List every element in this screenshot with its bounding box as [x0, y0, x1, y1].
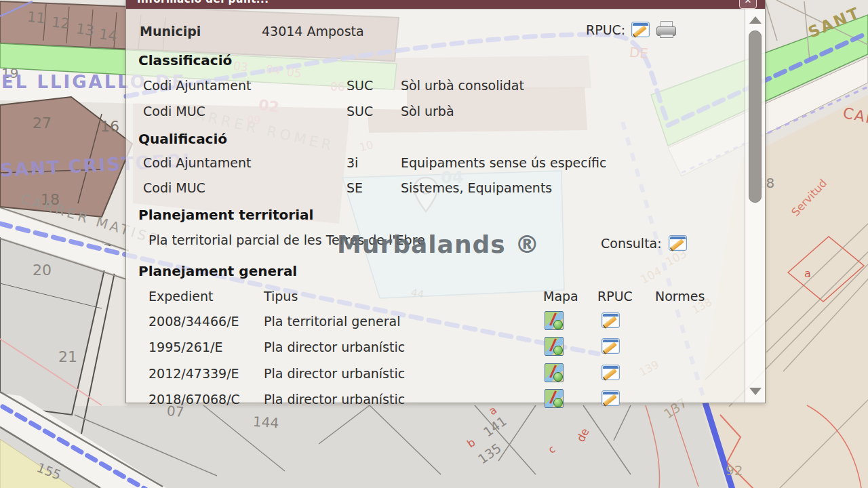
rpuc-doc-icon[interactable]: [601, 312, 620, 328]
table-row: 2012/47339/E Pla director urbanístic: [126, 366, 741, 385]
row-label: Codi MUC: [143, 180, 205, 195]
scroll-down-icon[interactable]: [749, 388, 762, 395]
qualificacio-row: Codi MUC SE Sistemes, Equipaments: [126, 180, 741, 199]
rpuc-doc-icon[interactable]: [601, 338, 620, 354]
close-button[interactable]: ✕: [739, 0, 757, 9]
row-label: Codi Ajuntament: [143, 78, 251, 93]
col-tipus: Tipus: [264, 289, 298, 304]
cell-expedient: 2008/34466/E: [149, 314, 239, 329]
map-label: 144: [252, 415, 279, 430]
row-label: Codi Ajuntament: [143, 155, 251, 170]
dialog-content: Municipi 43014 Amposta RPUC: Classificac…: [126, 9, 745, 403]
table-header-row: Expedient Tipus Mapa RPUC Normes: [126, 289, 741, 308]
rpuc-label: RPUC:: [586, 22, 625, 37]
cell-tipus: Pla director urbanístic: [264, 340, 405, 354]
cell-tipus: Pla director urbanístic: [264, 366, 405, 381]
col-rpuc: RPUC: [597, 289, 633, 304]
mapa-icon[interactable]: [545, 337, 564, 356]
municipi-label: Municipi: [140, 24, 201, 39]
classificacio-row: Codi MUC SUC Sòl urbà: [126, 104, 741, 123]
table-row: 2008/34466/E Pla territorial general: [126, 314, 741, 333]
map-label: 21: [58, 350, 77, 365]
print-icon[interactable]: [656, 21, 677, 38]
map-label: 11: [26, 10, 46, 26]
row-desc: Equipaments sense ús específic: [401, 155, 606, 170]
municipi-value: 43014 Amposta: [262, 24, 364, 39]
qualificacio-heading: Qualificació: [138, 131, 227, 147]
consulta-edit-icon[interactable]: [669, 235, 687, 251]
mapa-icon[interactable]: [545, 389, 564, 408]
cell-tipus: Pla director urbanístic: [264, 392, 405, 407]
mapa-icon[interactable]: [545, 311, 564, 330]
territorial-heading: Planejament territorial: [138, 207, 313, 223]
watermark: Murbalands ®: [337, 230, 540, 258]
consulta-label: Consulta:: [601, 236, 662, 251]
classificacio-row: Codi Ajuntament SUC Sòl urbà consolidat: [126, 78, 741, 97]
info-dialog: Informació del punt... ✕ Municipi 43014 …: [125, 0, 766, 403]
col-mapa: Mapa: [543, 289, 578, 304]
row-code: SE: [347, 180, 363, 195]
col-expedient: Expedient: [149, 289, 214, 304]
scroll-up-icon[interactable]: [749, 16, 762, 24]
dialog-title: Informació del punt...: [137, 0, 765, 5]
vertical-scrollbar[interactable]: [745, 9, 765, 403]
row-code: 3i: [347, 155, 358, 170]
row-desc: Sòl urbà consolidat: [401, 78, 524, 93]
qualificacio-row: Codi Ajuntament 3i Equipaments sense ús …: [126, 155, 741, 174]
map-label: 14: [98, 27, 118, 44]
map-label: 13: [75, 22, 95, 39]
map-label: a: [804, 268, 811, 279]
consulta-group: Consulta:: [601, 235, 687, 251]
row-desc: Sòl urbà: [401, 104, 454, 119]
cell-expedient: 2012/47339/E: [149, 366, 239, 381]
rpuc-doc-icon[interactable]: [601, 390, 620, 406]
cell-expedient: 2018/67068/C: [149, 392, 240, 407]
row-code: SUC: [347, 104, 373, 119]
classificacio-heading: Classificació: [138, 52, 232, 68]
rpuc-toolbar: RPUC:: [586, 21, 677, 38]
row-label: Codi MUC: [143, 104, 205, 119]
col-normes: Normes: [655, 289, 705, 304]
dialog-titlebar[interactable]: Informació del punt... ✕: [126, 0, 765, 9]
map-label: 20: [33, 263, 52, 278]
row-desc: Sistemes, Equipaments: [401, 180, 552, 195]
general-heading: Planejament general: [138, 263, 297, 279]
rpuc-edit-icon[interactable]: [631, 22, 650, 37]
table-row: 2018/67068/C Pla director urbanístic: [126, 392, 741, 411]
mapa-icon[interactable]: [545, 363, 564, 382]
map-label: 12: [51, 16, 71, 32]
map-viewport: 11 12 13 14 19 EL LLIGALLO DE 27 16 18 S…: [0, 0, 868, 488]
cell-expedient: 1995/261/E: [149, 340, 222, 354]
map-label: 27: [33, 116, 52, 131]
map-label: 92: [726, 464, 743, 477]
map-label: 16: [100, 119, 119, 134]
rpuc-doc-icon[interactable]: [601, 365, 620, 380]
row-code: SUC: [347, 78, 373, 93]
table-row: 1995/261/E Pla director urbanístic: [126, 340, 741, 359]
scroll-thumb[interactable]: [749, 30, 762, 203]
cell-tipus: Pla territorial general: [264, 314, 400, 329]
